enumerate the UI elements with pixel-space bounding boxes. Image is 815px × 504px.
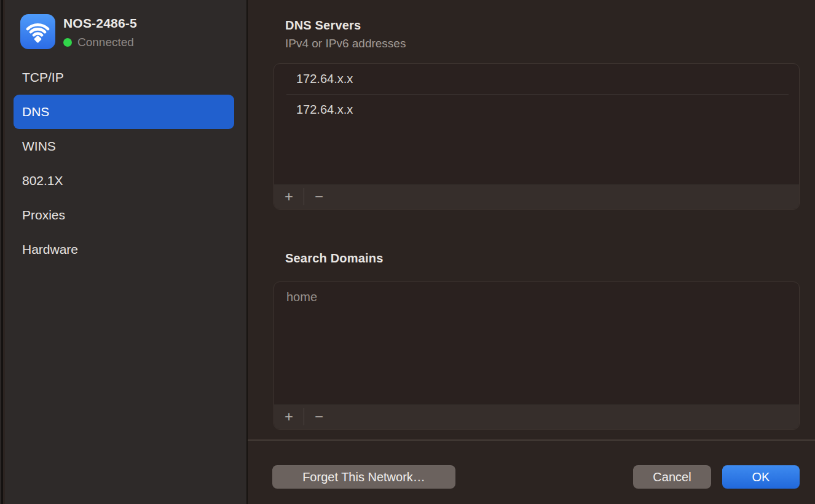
- dns-server-row[interactable]: 172.64.x.x: [274, 64, 799, 94]
- network-name: NOS-2486-5: [63, 16, 137, 31]
- sidebar-item-label: Hardware: [22, 242, 78, 257]
- ok-button[interactable]: OK: [722, 465, 800, 489]
- toolbar-separator: [304, 188, 304, 205]
- add-search-domain-button[interactable]: +: [277, 406, 301, 427]
- dns-servers-subtitle: IPv4 or IPv6 addresses: [285, 37, 406, 50]
- footer-divider: [248, 439, 815, 441]
- sidebar-item-label: Proxies: [22, 208, 65, 222]
- window-edge: [0, 0, 3, 504]
- sidebar-item-dns[interactable]: DNS: [14, 95, 234, 129]
- sidebar-item-label: DNS: [22, 104, 49, 119]
- remove-dns-server-button[interactable]: −: [307, 186, 331, 207]
- toolbar-separator: [304, 408, 304, 425]
- cancel-button[interactable]: Cancel: [633, 465, 711, 489]
- sidebar-item-proxies[interactable]: Proxies: [14, 198, 234, 232]
- search-domains-toolbar: + −: [274, 404, 799, 429]
- sidebar-item-hardware[interactable]: Hardware: [14, 232, 234, 267]
- sidebar-item-wins[interactable]: WINS: [14, 129, 234, 163]
- dns-settings-pane: DNS Servers IPv4 or IPv6 addresses 172.6…: [248, 0, 815, 504]
- forget-network-button[interactable]: Forget This Network…: [272, 465, 455, 489]
- dns-servers-list: 172.64.x.x 172.64.x.x + −: [274, 63, 800, 210]
- sidebar-item-label: 802.1X: [22, 173, 63, 188]
- connected-status-dot-icon: [63, 38, 72, 47]
- dns-servers-toolbar: + −: [274, 184, 799, 209]
- minus-icon: −: [315, 188, 323, 205]
- sidebar-nav: TCP/IP DNS WINS 802.1X Proxies Hardware: [5, 60, 246, 267]
- sidebar-item-8021x[interactable]: 802.1X: [14, 163, 234, 198]
- add-dns-server-button[interactable]: +: [277, 186, 301, 207]
- search-domains-list: home + −: [274, 282, 800, 430]
- remove-search-domain-button[interactable]: −: [307, 406, 331, 427]
- search-domains-title: Search Domains: [285, 251, 384, 266]
- search-domain-row[interactable]: home: [274, 282, 799, 312]
- minus-icon: −: [315, 408, 323, 425]
- dns-servers-title: DNS Servers: [285, 18, 361, 33]
- network-status: Connected: [63, 36, 134, 49]
- sidebar-item-label: WINS: [22, 139, 56, 154]
- network-settings-sidebar: NOS-2486-5 Connected TCP/IP DNS WINS 802…: [5, 0, 248, 504]
- sidebar-item-label: TCP/IP: [22, 70, 64, 85]
- network-header: NOS-2486-5 Connected: [5, 0, 246, 60]
- sidebar-item-tcpip[interactable]: TCP/IP: [14, 60, 234, 95]
- wifi-icon: [20, 14, 55, 49]
- plus-icon: +: [285, 188, 293, 205]
- plus-icon: +: [285, 408, 293, 425]
- dns-server-row[interactable]: 172.64.x.x: [274, 95, 799, 125]
- network-status-label: Connected: [77, 36, 134, 49]
